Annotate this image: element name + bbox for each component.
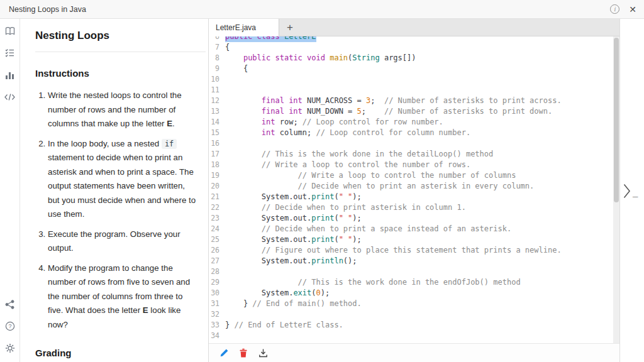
page-title: Nesting Loops bbox=[35, 30, 197, 42]
line-number: 10 bbox=[209, 74, 225, 85]
line-number: 20 bbox=[209, 181, 225, 192]
line-number: 14 bbox=[209, 117, 225, 128]
code-line[interactable]: 6public class LetterE bbox=[209, 36, 619, 42]
code-line[interactable]: 25 System.out.print(" "); bbox=[209, 234, 619, 245]
line-number: 25 bbox=[209, 234, 225, 245]
code-line[interactable]: 27 System.out.println(); bbox=[209, 256, 619, 266]
code-editor[interactable]: 6public class LetterE7{8 public static v… bbox=[209, 36, 619, 343]
code-line[interactable]: 9 { bbox=[209, 63, 619, 74]
expand-panel-chevron-icon[interactable] bbox=[623, 184, 631, 201]
left-icon-rail: ? bbox=[0, 19, 20, 362]
line-number: 27 bbox=[209, 256, 225, 266]
line-number: 8 bbox=[209, 53, 225, 63]
code-line[interactable]: 34 bbox=[209, 331, 619, 341]
code-line[interactable]: 24 // Decide when to print a space inste… bbox=[209, 224, 619, 234]
code-line[interactable]: 18 // Write a loop to control the number… bbox=[209, 160, 619, 170]
main-area: ? Nesting Loops bbox=[0, 19, 644, 362]
code-line[interactable]: 23 System.out.print(" "); bbox=[209, 213, 619, 224]
terminal-cursor-icon: _ bbox=[633, 187, 638, 198]
code-line[interactable]: 26 // Figure out where to place this sta… bbox=[209, 245, 619, 256]
line-number: 23 bbox=[209, 213, 225, 224]
line-number: 18 bbox=[209, 160, 225, 170]
code-line[interactable]: 29 // This is the work done in the endOf… bbox=[209, 277, 619, 288]
code-line[interactable]: 30 System.exit(0); bbox=[209, 288, 619, 299]
instruction-step: Execute the program. Observe your output… bbox=[48, 228, 197, 256]
title-divider bbox=[35, 52, 206, 52]
checklist-icon[interactable] bbox=[1, 43, 19, 63]
line-number: 29 bbox=[209, 277, 225, 288]
app-window: Nesting Loops in Java i ✕ bbox=[0, 0, 644, 362]
window-title: Nesting Loops in Java bbox=[9, 5, 86, 14]
line-number: 22 bbox=[209, 202, 225, 213]
line-number: 32 bbox=[209, 309, 225, 320]
guide-book-icon[interactable] bbox=[1, 21, 19, 41]
line-number: 19 bbox=[209, 170, 225, 181]
svg-text:?: ? bbox=[8, 323, 11, 329]
scrollbar-thumb[interactable] bbox=[614, 38, 619, 202]
edit-pencil-icon[interactable] bbox=[218, 348, 230, 359]
code-line[interactable]: 17 // This is the work done in the detai… bbox=[209, 149, 619, 160]
instructions-list: Write the nested loops to control the nu… bbox=[35, 89, 197, 332]
code-line[interactable]: 7{ bbox=[209, 42, 619, 53]
code-line[interactable]: 28 bbox=[209, 266, 619, 277]
code-line[interactable]: 11 bbox=[209, 85, 619, 96]
instructions-heading: Instructions bbox=[35, 68, 197, 79]
close-icon[interactable]: ✕ bbox=[629, 5, 636, 14]
delete-trash-icon[interactable] bbox=[238, 348, 249, 359]
settings-icon[interactable] bbox=[1, 338, 19, 358]
download-icon[interactable] bbox=[257, 348, 269, 359]
code-icon[interactable] bbox=[1, 87, 19, 107]
topbar: Nesting Loops in Java i ✕ bbox=[0, 0, 644, 19]
instruction-step: Write the nested loops to control the nu… bbox=[48, 89, 197, 131]
tab-label: LetterE.java bbox=[216, 23, 256, 32]
line-number: 26 bbox=[209, 245, 225, 256]
code-line[interactable]: 15 int column; // Loop control for colum… bbox=[209, 128, 619, 138]
code-line[interactable]: 33} // End of LetterE class. bbox=[209, 320, 619, 331]
instructions-panel: Nesting Loops Instructions Write the nes… bbox=[20, 19, 209, 362]
info-icon[interactable]: i bbox=[610, 4, 619, 14]
line-number: 31 bbox=[209, 299, 225, 309]
instruction-step: In the loop body, use a nested if statem… bbox=[48, 137, 197, 222]
code-line[interactable]: 10 bbox=[209, 74, 619, 85]
line-number: 30 bbox=[209, 288, 225, 299]
instruction-step: Modify the program to change the number … bbox=[48, 261, 197, 332]
editor-tabbar: LetterE.java + bbox=[209, 19, 619, 36]
line-number: 34 bbox=[209, 331, 225, 341]
code-line[interactable]: 21 System.out.print(" "); bbox=[209, 192, 619, 202]
line-number: 24 bbox=[209, 224, 225, 234]
line-number: 16 bbox=[209, 138, 225, 149]
code-line[interactable]: 32 bbox=[209, 309, 619, 320]
editor-scrollbar[interactable] bbox=[613, 36, 619, 343]
tab-lettere-java[interactable]: LetterE.java bbox=[209, 19, 279, 36]
line-number: 11 bbox=[209, 85, 225, 96]
editor-toolbar bbox=[209, 343, 619, 362]
rail-top-group bbox=[0, 21, 19, 107]
help-icon[interactable]: ? bbox=[1, 316, 19, 336]
code-line[interactable]: 13 final int NUM_DOWN = 5; // Number of … bbox=[209, 106, 619, 117]
line-number: 17 bbox=[209, 149, 225, 160]
line-number: 13 bbox=[209, 106, 225, 117]
topbar-actions: i ✕ bbox=[610, 4, 636, 14]
new-tab-button[interactable]: + bbox=[279, 19, 301, 36]
line-number: 6 bbox=[209, 36, 225, 42]
grading-heading: Grading bbox=[35, 348, 197, 358]
chart-icon[interactable] bbox=[1, 65, 19, 85]
editor-panel: LetterE.java + 6public class LetterE7{8 … bbox=[209, 19, 619, 362]
line-number: 15 bbox=[209, 128, 225, 138]
share-icon[interactable] bbox=[1, 294, 19, 314]
code-line[interactable]: 8 public static void main(String args[]) bbox=[209, 53, 619, 63]
line-number: 33 bbox=[209, 320, 225, 331]
code-line[interactable]: 20 // Decide when to print an asterisk i… bbox=[209, 181, 619, 192]
code-lines: 6public class LetterE7{8 public static v… bbox=[209, 36, 619, 341]
line-number: 12 bbox=[209, 96, 225, 106]
collapsed-right-panel: _ bbox=[619, 19, 644, 362]
code-line[interactable]: 16 bbox=[209, 138, 619, 149]
code-line[interactable]: 19 // Write a loop to control the number… bbox=[209, 170, 619, 181]
code-line[interactable]: 14 int row; // Loop control for row numb… bbox=[209, 117, 619, 128]
code-line[interactable]: 22 // Decide when to print asterisk in c… bbox=[209, 202, 619, 213]
line-number: 7 bbox=[209, 42, 225, 53]
line-number: 28 bbox=[209, 266, 225, 277]
code-line[interactable]: 12 final int NUM_ACROSS = 3; // Number o… bbox=[209, 96, 619, 106]
code-line[interactable]: 31 } // End of main() method. bbox=[209, 299, 619, 309]
line-number: 9 bbox=[209, 63, 225, 74]
